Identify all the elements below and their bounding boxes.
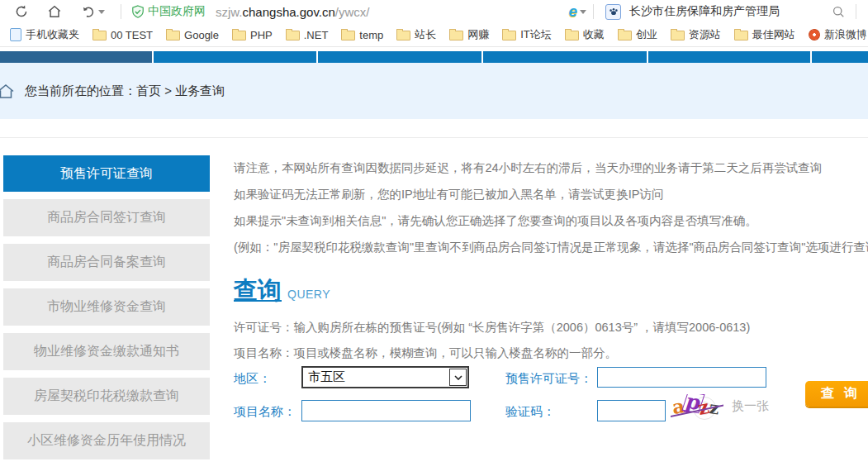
bookmark-label: 网赚 [467,27,489,42]
help-line: 项目名称：项目或楼盘名称，模糊查询，可以只输入楼盘名称的一部分。 [234,340,750,366]
sidebar-menu: 预售许可证查询 商品房合同签订查询 商品房合同备案查询 市物业维修资金查询 物业… [3,155,210,467]
nav-segment[interactable] [154,51,316,63]
select-arrow-box[interactable] [449,369,467,386]
bookmark-label: 资源站 [689,27,721,42]
project-name-input[interactable] [301,400,471,421]
sidebar-item-fund-usage-history[interactable]: 小区维修资金历年使用情况 [3,422,210,459]
folder-icon [449,31,463,40]
site-security-badge[interactable]: 中国政府网 [131,4,206,19]
folder-icon [341,31,355,40]
bookmark-label: 站长 [415,27,436,42]
bookmark-label: 手机收藏夹 [26,27,79,42]
bookmark-item[interactable]: 最佳网站 [728,27,802,42]
captcha-refresh-link[interactable]: 换一张 [732,398,769,414]
notice-line: 请注意，本网站所有查询因数据同步延迟，将有24小时左右的滞后，当天办理的业务请于… [234,155,868,181]
help-line: 许可证号：输入购房所在栋的预售证号(例如 “长房售许字第（2006）0613号”… [234,315,750,340]
sidebar-item-maintenance-fund-query[interactable]: 市物业维修资金查询 [3,288,210,326]
bookmark-label: 新浪微博 [824,27,867,42]
weibo-icon [807,27,821,41]
bookmark-label: 创业 [636,27,657,42]
undo-icon[interactable] [80,4,105,19]
ie-compat-icon[interactable]: e [568,4,577,19]
bookmark-item[interactable]: 手机收藏夹 [3,27,86,42]
bookmark-item[interactable]: temp [334,29,390,41]
sidebar-item-fund-payment-notice[interactable]: 物业维修资金缴款通知书 [3,333,210,370]
home-breadcrumb-icon [0,83,15,104]
notice-list: 请注意，本网站所有查询因数据同步延迟，将有24小时左右的滞后，当天办理的业务请于… [234,155,868,260]
permit-number-input[interactable] [597,367,766,388]
folder-icon [396,31,410,40]
query-title: 查询 [234,277,282,303]
badge-label: 中国政府网 [148,4,206,19]
browser-window: 中国政府网 szjw.changsha.gov.cn/ywcx/ e 长沙市住房… [0,0,868,476]
bookmark-label: temp [359,29,383,41]
bookmark-item[interactable]: 站长 [390,27,443,42]
district-select[interactable]: 市五区 [301,366,469,388]
sidebar-item-presale-permit-query[interactable]: 预售许可证查询 [3,155,210,192]
folder-icon [671,31,685,40]
content-divider [0,137,868,138]
phone-icon [10,28,21,41]
bookmark-item[interactable]: 00 TEST [86,29,159,41]
search-icon[interactable] [831,4,846,19]
breadcrumb: 您当前所在的位置：首页 > 业务查询 [25,63,225,119]
folder-icon [92,31,107,40]
query-section-header: 查询QUERY [234,274,330,307]
notice-line: 如果验证码无法正常刷新，您的IP地址有可能已被加入黑名单，请尝试更换IP访问 [234,181,868,207]
bookmark-item[interactable]: 资源站 [664,27,728,42]
toolbar-divider [121,4,121,19]
folder-icon [286,31,300,40]
notice-line: (例如："房屋契税印花税缴款查询"里查询不到商品房合同签订情况是正常现象，请选择… [234,234,868,260]
folder-icon [618,31,632,40]
toolbar-divider [593,4,594,19]
folder-icon [232,31,246,40]
permit-number-label: 预售许可证号： [505,371,592,387]
nav-segment[interactable] [0,51,152,63]
nav-segment[interactable] [318,51,481,63]
folder-icon [565,31,579,40]
captcha-label: 验证码： [505,404,555,420]
nav-segment[interactable] [483,51,647,63]
undo-dropdown-caret[interactable] [98,10,105,14]
bookmark-item[interactable]: 创业 [611,27,664,42]
bookmark-item[interactable]: 网赚 [443,27,496,42]
bookmark-item[interactable]: 新浪微博 [802,27,868,42]
ie-dropdown-caret[interactable] [580,10,586,14]
bookmark-label: 最佳网站 [752,27,795,42]
sidebar-item-contract-record-query[interactable]: 商品房合同备案查询 [3,244,210,281]
bookmark-item[interactable]: Google [159,29,225,41]
query-submit-button[interactable]: 查 询 [805,381,868,407]
folder-icon [502,31,516,40]
bookmark-item[interactable]: .NET [279,29,335,41]
breadcrumb-band: 您当前所在的位置：首页 > 业务查询 [0,63,868,119]
nav-segment[interactable] [812,51,868,63]
url-prefix: szjw. [216,5,243,19]
query-subtitle: QUERY [287,288,330,301]
refresh-icon[interactable] [14,4,29,19]
page-title: 长沙市住房保障和房产管理局 [629,4,780,19]
captcha-input[interactable] [597,400,666,421]
folder-icon [166,31,180,40]
bookmark-label: .NET [304,29,329,41]
sidebar-item-contract-signing-query[interactable]: 商品房合同签订查询 [3,199,210,236]
site-favicon-paw-icon [605,4,621,20]
bookmark-item[interactable]: 收藏 [558,27,611,42]
chevron-down-icon [454,375,462,380]
bookmark-item[interactable]: PHP [225,29,279,41]
bookmark-label: PHP [250,29,273,41]
bookmark-item[interactable]: IT论坛 [496,27,558,42]
captcha-image[interactable]: a p z z [671,394,723,421]
url-path: /ywcx/ [335,5,370,19]
query-help: 许可证号：输入购房所在栋的预售证号(例如 “长房售许字第（2006）0613号”… [234,315,750,366]
address-bar[interactable]: szjw.changsha.gov.cn/ywcx/ [216,5,370,19]
bookmark-label: 00 TEST [111,29,153,41]
browser-toolbar: 中国政府网 szjw.changsha.gov.cn/ywcx/ e 长沙市住房… [0,0,868,23]
notice-line: 如果提示"未查询到相关信息"，请先确认您正确选择了您要查询的项目以及各项内容是否… [234,207,868,234]
nav-segment[interactable] [648,51,810,63]
url-domain: changsha.gov.cn [243,5,335,19]
home-icon[interactable] [47,4,62,19]
bookmark-label: 收藏 [583,27,605,42]
sidebar-item-deed-stamp-tax-query[interactable]: 房屋契税印花税缴款查询 [3,378,210,415]
shield-icon [131,5,145,19]
site-nav-strip [0,51,868,63]
